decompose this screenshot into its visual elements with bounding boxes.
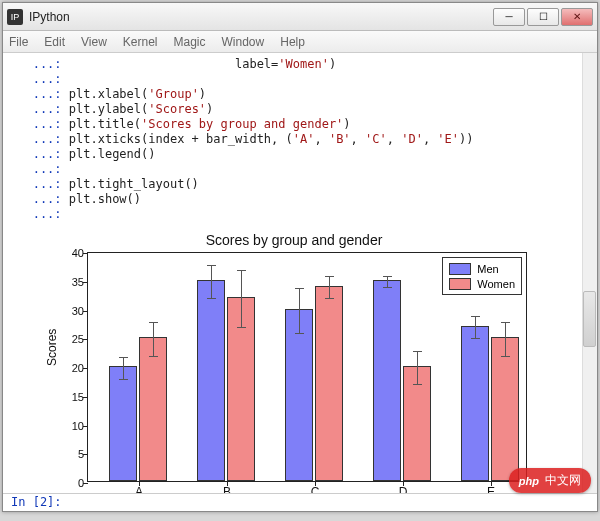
input-prompt[interactable]: In [2]: — [3, 493, 597, 511]
code-text: , — [387, 132, 401, 146]
code-text: label= — [69, 57, 279, 71]
prompt: ...: — [11, 72, 69, 86]
menu-view[interactable]: View — [81, 35, 107, 49]
ytick-mark — [83, 282, 88, 283]
prompt: ...: — [11, 102, 69, 116]
code-text: plt.title( — [69, 117, 141, 131]
chart: Scores by group and gender Scores Men Wo… — [43, 236, 545, 511]
app-window: IP IPython ─ ☐ ✕ File Edit View Kernel M… — [2, 2, 598, 512]
watermark-text: 中文网 — [545, 472, 581, 489]
ytick-label: 15 — [60, 391, 84, 403]
bar-women-E — [491, 337, 519, 481]
prompt: ...: — [11, 117, 69, 131]
errorbar — [153, 322, 154, 357]
menu-edit[interactable]: Edit — [44, 35, 65, 49]
errorbar — [329, 276, 330, 299]
errorbar — [299, 288, 300, 334]
ytick-mark — [83, 253, 88, 254]
xtick-mark — [139, 481, 140, 486]
content-area: ...: label='Women') ...: ...: plt.xlabel… — [3, 53, 597, 511]
watermark-badge: php 中文网 — [509, 468, 591, 493]
watermark-logo: php — [519, 475, 539, 487]
code-string: 'D' — [401, 132, 423, 146]
errorbar — [475, 316, 476, 339]
errorbar — [417, 351, 418, 386]
legend-swatch-icon — [449, 278, 471, 290]
code-text: , — [423, 132, 437, 146]
code-text: plt.xlabel( — [69, 87, 148, 101]
code-string: 'Scores' — [148, 102, 206, 116]
prompt: ...: — [11, 162, 69, 176]
ytick-label: 20 — [60, 362, 84, 374]
code-text: plt.tight_layout() — [69, 177, 199, 191]
xtick-mark — [491, 481, 492, 486]
code-text: , — [314, 132, 328, 146]
legend-entry-men: Men — [449, 261, 515, 276]
bar-men-D — [373, 280, 401, 481]
ytick-label: 0 — [60, 477, 84, 489]
prompt-label: In [2]: — [11, 495, 62, 509]
close-button[interactable]: ✕ — [561, 8, 593, 26]
bar-men-B — [197, 280, 225, 481]
prompt: ...: — [11, 192, 69, 206]
errorbar — [387, 276, 388, 288]
titlebar[interactable]: IP IPython ─ ☐ ✕ — [3, 3, 597, 31]
prompt: ...: — [11, 147, 69, 161]
y-axis-label: Scores — [45, 329, 59, 366]
code-string: 'A' — [293, 132, 315, 146]
minimize-button[interactable]: ─ — [493, 8, 525, 26]
code-text: plt.xticks(index + bar_width, ( — [69, 132, 293, 146]
code-text: , — [351, 132, 365, 146]
menu-file[interactable]: File — [9, 35, 28, 49]
prompt: ...: — [11, 207, 69, 221]
scrollbar-thumb[interactable] — [583, 291, 596, 347]
window-title: IPython — [29, 10, 491, 24]
prompt: ...: — [11, 177, 69, 191]
code-text: ) — [206, 102, 213, 116]
scrollbar-track[interactable] — [582, 53, 597, 493]
legend-swatch-icon — [449, 263, 471, 275]
ytick-mark — [83, 483, 88, 484]
legend-label: Men — [477, 263, 498, 275]
menu-kernel[interactable]: Kernel — [123, 35, 158, 49]
bar-women-A — [139, 337, 167, 481]
code-string: 'Group' — [148, 87, 199, 101]
ytick-label: 10 — [60, 420, 84, 432]
prompt: ...: — [11, 87, 69, 101]
code-text: ) — [329, 57, 336, 71]
bar-men-A — [109, 366, 137, 481]
legend-entry-women: Women — [449, 276, 515, 291]
legend: Men Women — [442, 257, 522, 295]
ytick-mark — [83, 454, 88, 455]
code-string: 'Women' — [278, 57, 329, 71]
code-string: 'Scores by group and gender' — [141, 117, 343, 131]
xtick-mark — [315, 481, 316, 486]
ytick-label: 25 — [60, 333, 84, 345]
menu-help[interactable]: Help — [280, 35, 305, 49]
bar-men-C — [285, 309, 313, 482]
code-text: plt.show() — [69, 192, 141, 206]
bar-men-E — [461, 326, 489, 481]
code-text: ) — [343, 117, 350, 131]
menu-window[interactable]: Window — [222, 35, 265, 49]
menu-magic[interactable]: Magic — [174, 35, 206, 49]
ytick-mark — [83, 397, 88, 398]
bar-women-C — [315, 286, 343, 482]
xtick-mark — [403, 481, 404, 486]
code-text: plt.ylabel( — [69, 102, 148, 116]
plot-area: Men Women 0510152025303540ABCDE — [87, 252, 527, 482]
xtick-mark — [227, 481, 228, 486]
window-controls: ─ ☐ ✕ — [491, 8, 593, 26]
app-icon: IP — [7, 9, 23, 25]
menubar: File Edit View Kernel Magic Window Help — [3, 31, 597, 53]
code-text: )) — [459, 132, 473, 146]
maximize-button[interactable]: ☐ — [527, 8, 559, 26]
errorbar — [241, 270, 242, 328]
code-block[interactable]: ...: label='Women') ...: ...: plt.xlabel… — [3, 53, 597, 230]
code-string: 'B' — [329, 132, 351, 146]
ytick-mark — [83, 339, 88, 340]
legend-label: Women — [477, 278, 515, 290]
ytick-label: 5 — [60, 448, 84, 460]
errorbar — [123, 357, 124, 380]
ytick-mark — [83, 311, 88, 312]
